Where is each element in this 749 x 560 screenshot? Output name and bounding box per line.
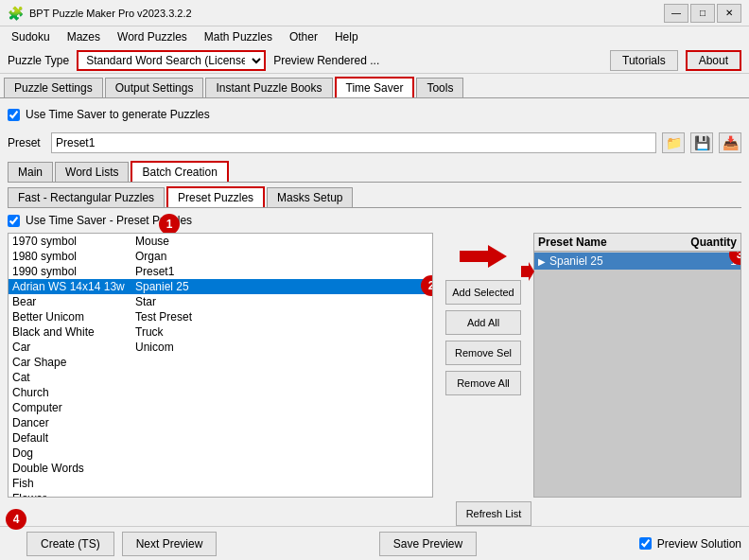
list-item[interactable]: Dog <box>9 446 432 461</box>
save-icon-button[interactable]: 💾 <box>690 132 713 153</box>
svg-marker-0 <box>460 245 507 268</box>
tutorials-button[interactable]: Tutorials <box>610 50 678 71</box>
add-selected-button[interactable]: Add Selected <box>445 280 521 305</box>
menu-mazes[interactable]: Mazes <box>60 28 108 45</box>
close-button[interactable]: ✕ <box>717 4 741 23</box>
settings-tabs: Puzzle Settings Output Settings Instant … <box>0 74 749 98</box>
content-wrapper: Use Time Saver to generate Puzzles Prese… <box>0 98 749 526</box>
add-all-button[interactable]: Add All <box>445 310 521 335</box>
right-panel-row[interactable]: ▶ Spaniel 25 1 3 <box>534 253 740 270</box>
folder-icon-button[interactable]: 📁 <box>662 132 685 153</box>
next-preview-button[interactable]: Next Preview <box>122 532 218 556</box>
menu-bar: Sudoku Mazes Word Puzzles Math Puzzles O… <box>0 26 749 47</box>
menu-help[interactable]: Help <box>327 28 366 45</box>
app-icon: 🧩 <box>8 6 24 21</box>
right-col-qty-header: Quantity <box>680 236 737 249</box>
ts-preset-check: Use Time Saver - Preset Puzzles 1 <box>8 214 741 227</box>
puzzle-type-select[interactable]: Standard Word Search (Licensed) <box>77 50 266 71</box>
list-item[interactable]: Better UnicomTest Preset <box>9 309 432 324</box>
list-item[interactable]: Flower <box>9 491 432 498</box>
toolbar-row: Puzzle Type Standard Word Search (Licens… <box>0 47 749 74</box>
tab-output-settings[interactable]: Output Settings <box>105 78 204 97</box>
middle-buttons: Add Selected Add All Remove Sel Remove A… <box>441 233 526 498</box>
sub-tab2-masks[interactable]: Masks Setup <box>267 187 353 207</box>
use-time-saver-checkbox[interactable] <box>8 109 20 121</box>
footer: 4 Create (TS) Next Preview Save Preview … <box>0 526 749 560</box>
tab-instant-puzzle-books[interactable]: Instant Puzzle Books <box>205 78 332 97</box>
list-item[interactable]: Cat <box>9 370 432 385</box>
list-item[interactable]: Church <box>9 385 432 400</box>
puzzle-type-label: Puzzle Type <box>8 54 69 67</box>
menu-other[interactable]: Other <box>282 28 325 45</box>
window-controls: — □ ✕ <box>664 4 741 23</box>
list-item[interactable]: Computer <box>9 400 432 415</box>
right-panel-rows[interactable]: ▶ Spaniel 25 1 3 <box>534 252 740 497</box>
right-row-name: Spaniel 25 <box>549 254 708 268</box>
menu-word-puzzles[interactable]: Word Puzzles <box>110 28 195 45</box>
list-item[interactable]: Default <box>9 430 432 446</box>
preset-input[interactable] <box>51 132 656 153</box>
create-ts-button[interactable]: Create (TS) <box>26 532 114 556</box>
list-item[interactable]: Black and WhiteTruck <box>9 324 432 340</box>
left-list[interactable]: 1970 symbolMouse 1980 symbolOrgan 1990 s… <box>8 233 433 498</box>
right-col-name-header: Preset Name <box>538 236 680 249</box>
use-time-saver-label: Use Time Saver to generate Puzzles <box>26 108 210 121</box>
remove-sel-button[interactable]: Remove Sel <box>445 341 521 365</box>
right-panel: Preset Name Quantity ▶ Spaniel 25 1 3 <box>533 233 741 498</box>
list-item[interactable]: BearStar <box>9 294 432 309</box>
sub-tab-word-lists[interactable]: Word Lists <box>55 162 129 182</box>
preview-solution-checkbox[interactable] <box>639 537 652 550</box>
save-as-icon-button[interactable]: 📥 <box>719 132 741 153</box>
inner-content: Use Time Saver to generate Puzzles Prese… <box>0 98 749 526</box>
maximize-button[interactable]: □ <box>690 4 715 23</box>
tab-puzzle-settings[interactable]: Puzzle Settings <box>4 78 103 97</box>
minimize-button[interactable]: — <box>664 4 688 23</box>
preview-solution-check: Preview Solution <box>639 537 741 551</box>
app-title: BPT Puzzle Maker Pro v2023.3.2.2 <box>29 8 664 19</box>
list-item-selected[interactable]: Adrian WS 14x14 13w Spaniel 25 2 <box>9 279 432 294</box>
sub-tabs: Main Word Lists Batch Creation <box>8 161 741 183</box>
sub-tab-batch-creation[interactable]: Batch Creation <box>131 161 228 182</box>
circle-1: 1 <box>159 214 180 235</box>
row-arrow-icon: ▶ <box>538 256 546 267</box>
ts-preset-checkbox[interactable] <box>8 215 20 227</box>
list-item[interactable]: Dancer <box>9 415 432 430</box>
panel-area: 1970 symbolMouse 1980 symbolOrgan 1990 s… <box>8 233 741 498</box>
about-button[interactable]: About <box>686 50 741 71</box>
preview-solution-label: Preview Solution <box>657 537 741 551</box>
svg-marker-1 <box>521 262 534 281</box>
preset-row: Preset 📁 💾 📥 <box>8 132 741 153</box>
refresh-list-button[interactable]: Refresh List <box>456 501 531 526</box>
remove-all-button[interactable]: Remove All <box>445 371 521 395</box>
save-preview-button[interactable]: Save Preview <box>379 532 477 556</box>
arrow-icon <box>460 245 507 268</box>
list-item[interactable]: Car Shape <box>9 355 432 370</box>
circle-4: 4 <box>6 509 26 530</box>
list-item[interactable]: 1990 symbolPreset1 <box>9 264 432 279</box>
list-item[interactable]: CarUnicom <box>9 340 432 355</box>
preview-text: Preview Rendered ... <box>273 54 602 67</box>
sub-tabs2: Fast - Rectangular Puzzles Preset Puzzle… <box>8 186 741 208</box>
title-bar: 🧩 BPT Puzzle Maker Pro v2023.3.2.2 — □ ✕ <box>0 0 749 26</box>
list-item[interactable]: 1980 symbolOrgan <box>9 249 432 264</box>
tab-time-saver[interactable]: Time Saver <box>335 77 415 97</box>
sub-tab2-fast[interactable]: Fast - Rectangular Puzzles <box>8 187 165 207</box>
preset-label: Preset <box>8 136 45 149</box>
sub-tab2-preset[interactable]: Preset Puzzles <box>166 186 265 207</box>
time-saver-check: Use Time Saver to generate Puzzles <box>8 104 741 125</box>
list-item[interactable]: Double Words <box>9 461 432 476</box>
right-panel-arrow-icon <box>521 262 534 281</box>
tab-tools[interactable]: Tools <box>416 78 463 97</box>
right-panel-header: Preset Name Quantity <box>534 234 740 252</box>
list-item[interactable]: Fish <box>9 476 432 491</box>
list-item[interactable]: 1970 symbolMouse <box>9 234 432 249</box>
sub-tab-main[interactable]: Main <box>8 162 53 182</box>
menu-sudoku[interactable]: Sudoku <box>4 28 58 45</box>
menu-math-puzzles[interactable]: Math Puzzles <box>197 28 280 45</box>
